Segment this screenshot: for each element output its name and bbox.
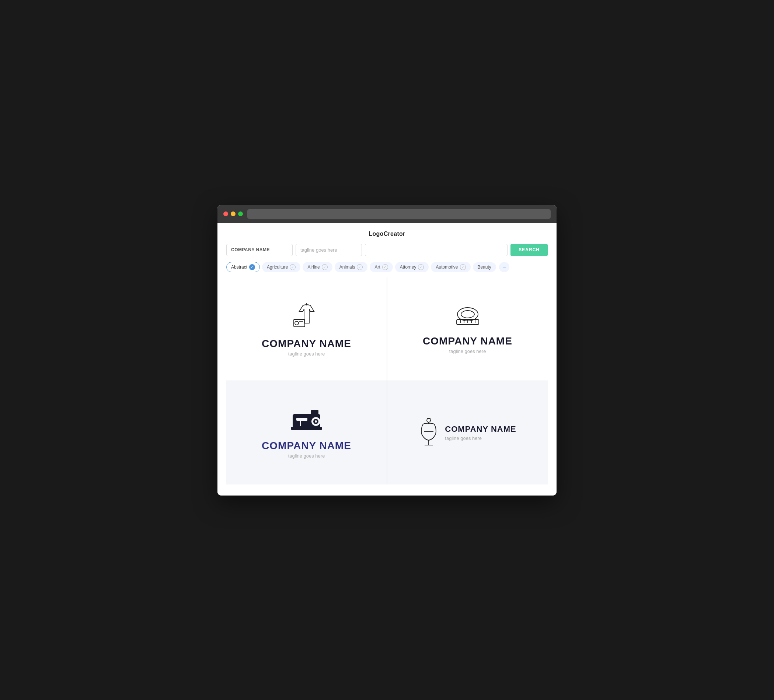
- filter-chip-animals[interactable]: Animals: [335, 262, 368, 272]
- tagline-3: tagline goes here: [288, 453, 325, 459]
- check-icon: [322, 264, 327, 270]
- tagline-1: tagline goes here: [288, 351, 325, 357]
- search-bar: SEARCH: [226, 244, 548, 256]
- filter-label: Abstract: [231, 264, 247, 270]
- search-button[interactable]: SEARCH: [511, 244, 548, 256]
- logo-card-3[interactable]: COMPANY NAME tagline goes here: [226, 381, 387, 484]
- filter-chip-beauty[interactable]: Beauty: [473, 262, 496, 272]
- filter-label: Automotive: [436, 264, 458, 270]
- company-name-2: COMPANY NAME: [423, 335, 512, 347]
- tagline-4: tagline goes here: [445, 436, 516, 441]
- filter-label: Attorney: [400, 264, 417, 270]
- filter-chip-art[interactable]: Art: [370, 262, 392, 272]
- svg-point-2: [295, 321, 299, 325]
- keyword-input[interactable]: [365, 244, 508, 256]
- logo-text-group-4: COMPANY NAME tagline goes here: [445, 424, 516, 441]
- svg-rect-1: [294, 319, 305, 327]
- tagline-2: tagline goes here: [449, 348, 486, 354]
- minimize-button-icon[interactable]: [231, 211, 235, 216]
- svg-point-4: [457, 308, 478, 321]
- company-name-input[interactable]: [226, 244, 293, 256]
- filter-chip-agriculture[interactable]: Agriculture: [262, 262, 300, 272]
- svg-rect-19: [291, 427, 322, 430]
- address-bar[interactable]: [247, 209, 551, 219]
- app-content: LogoCreator SEARCH Abstract ✓ Agricultur…: [217, 223, 557, 495]
- svg-rect-18: [300, 421, 301, 426]
- maximize-button-icon[interactable]: [238, 211, 243, 216]
- dress-form-icon: [419, 418, 439, 448]
- traffic-lights: [223, 211, 243, 216]
- svg-point-16: [315, 420, 317, 423]
- logo-card-2[interactable]: COMPANY NAME tagline goes here: [387, 277, 548, 381]
- filter-chip-attorney[interactable]: Attorney: [395, 262, 429, 272]
- company-name-4: COMPANY NAME: [445, 424, 516, 434]
- filter-label: Agriculture: [267, 264, 288, 270]
- filter-bar: Abstract ✓ Agriculture Airline Animals A…: [226, 262, 548, 272]
- company-name-1: COMPANY NAME: [262, 338, 351, 350]
- filter-label: Airline: [308, 264, 319, 270]
- svg-point-5: [461, 310, 475, 318]
- check-icon: [418, 264, 424, 270]
- filter-chip-airline[interactable]: Airline: [303, 262, 332, 272]
- tagline-input[interactable]: [296, 244, 362, 256]
- check-icon: ✓: [249, 264, 255, 270]
- svg-point-20: [427, 419, 430, 422]
- measuring-tape-icon: [453, 304, 483, 329]
- filter-chip-automotive[interactable]: Automotive: [431, 262, 470, 272]
- browser-window: LogoCreator SEARCH Abstract ✓ Agricultur…: [217, 205, 557, 495]
- check-icon: [290, 264, 296, 270]
- logo-card-4[interactable]: COMPANY NAME tagline goes here: [387, 381, 548, 484]
- tailor-icon: [290, 301, 323, 332]
- check-icon: [382, 264, 388, 270]
- logo-card-1[interactable]: COMPANY NAME tagline goes here: [226, 277, 387, 381]
- close-button-icon[interactable]: [223, 211, 228, 216]
- filter-label: Animals: [339, 264, 355, 270]
- company-name-3: COMPANY NAME: [262, 440, 351, 452]
- filter-chip-abstract[interactable]: Abstract ✓: [226, 262, 260, 272]
- browser-chrome: [217, 205, 557, 223]
- filter-label: Art: [374, 264, 380, 270]
- next-filters-arrow[interactable]: →: [499, 262, 509, 272]
- logo-grid: COMPANY NAME tagline goes here: [226, 277, 548, 484]
- svg-rect-17: [296, 418, 308, 421]
- sewing-machine-icon: [291, 407, 322, 434]
- check-icon: [460, 264, 466, 270]
- filter-label: Beauty: [478, 264, 491, 270]
- app-title: LogoCreator: [226, 231, 548, 237]
- svg-rect-13: [311, 410, 318, 417]
- check-icon: [357, 264, 363, 270]
